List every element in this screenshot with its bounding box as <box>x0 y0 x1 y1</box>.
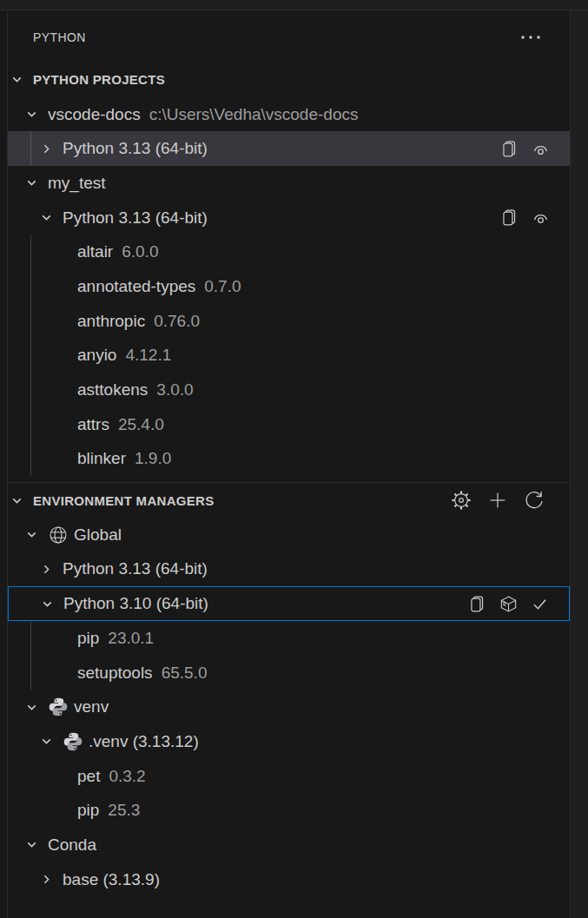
refresh-button[interactable] <box>524 490 545 511</box>
tree-item-python-3-13-64-bit[interactable]: Python 3.13 (64-bit) <box>8 201 570 235</box>
ellipsis-icon <box>519 30 542 45</box>
tree-item-global[interactable]: Global <box>8 518 570 552</box>
eye-icon <box>532 208 550 227</box>
section-header-python-projects[interactable]: PYTHON PROJECTS <box>8 63 570 97</box>
sidebar-left-border <box>7 10 8 918</box>
tree-item-label: Python 3.13 (64-bit) <box>63 559 208 578</box>
indent-guide <box>30 442 31 477</box>
eye-icon <box>532 140 550 158</box>
tree-item-conda[interactable]: Conda <box>8 828 570 862</box>
copy-icon <box>500 140 519 158</box>
section-environment-managers: ENVIRONMENT MANAGERSGlobalPython 3.13 (6… <box>8 482 570 896</box>
row-actions <box>500 140 550 158</box>
chevron-right-icon[interactable] <box>39 142 63 156</box>
check-button[interactable] <box>531 595 549 613</box>
tree-item-description: c:\Users\Vedha\vscode-docs <box>149 105 359 124</box>
tree-item-anyio[interactable]: anyio4.12.1 <box>8 339 570 373</box>
add-button[interactable] <box>487 490 508 511</box>
more-actions-button[interactable] <box>519 30 542 45</box>
tree-item-label: .venv (3.13.12) <box>89 732 199 751</box>
section-header-label: PYTHON PROJECTS <box>33 72 165 87</box>
indent-guide <box>30 407 31 442</box>
tree-item-my-test[interactable]: my_test <box>8 166 570 201</box>
package-version: 0.7.0 <box>204 277 241 296</box>
tree-item-pet[interactable]: pet0.3.2 <box>8 759 570 794</box>
panel-title: PYTHON <box>33 30 86 44</box>
python-icon <box>48 697 69 717</box>
tree-item-label: base (3.13.9) <box>63 870 160 889</box>
tree-item-label: Conda <box>48 835 96 855</box>
tree-item-venv[interactable]: venv <box>8 690 570 724</box>
tree-item-blinker[interactable]: blinker1.9.0 <box>8 442 570 477</box>
tree-item-label: altair <box>77 242 113 261</box>
row-actions <box>500 208 550 227</box>
tree-item-venv-3-13-12[interactable]: .venv (3.13.12) <box>8 724 570 759</box>
indent-guide <box>30 656 31 690</box>
python-panel: PYTHON PYTHON PROJECTSvscode-docsc:\User… <box>8 11 570 918</box>
chevron-down-icon[interactable] <box>24 107 48 122</box>
chevron-down-icon[interactable] <box>39 734 63 749</box>
tree-item-label: Python 3.13 (64-bit) <box>63 208 208 228</box>
copy-icon <box>500 208 519 227</box>
settings-button[interactable] <box>451 490 472 511</box>
tree-item-base-3-13-9[interactable]: base (3.13.9) <box>8 862 570 897</box>
tree-item-label: my_test <box>48 174 106 193</box>
chevron-down-icon[interactable] <box>24 527 48 542</box>
tree-item-setuptools[interactable]: setuptools65.5.0 <box>8 656 570 690</box>
tree-item-python-3-10-64-bit[interactable]: Python 3.10 (64-bit) <box>8 586 570 621</box>
python-extension-sidebar: PYTHON PYTHON PROJECTSvscode-docsc:\User… <box>0 0 588 918</box>
package-version: 65.5.0 <box>162 664 208 683</box>
eye-button[interactable] <box>532 208 550 227</box>
tree-item-label: pip <box>77 629 99 648</box>
copy-button[interactable] <box>500 140 519 158</box>
tree-item-vscode-docs[interactable]: vscode-docsc:\Users\Vedha\vscode-docs <box>8 97 570 132</box>
package-icon <box>499 595 518 613</box>
chevron-down-icon[interactable] <box>24 700 48 715</box>
package-version: 6.0.0 <box>122 242 158 261</box>
tree-item-label: asttokens <box>77 380 148 400</box>
refresh-icon <box>524 490 545 511</box>
package-version: 4.12.1 <box>125 346 171 365</box>
tree-item-pip[interactable]: pip23.0.1 <box>8 621 570 656</box>
copy-button[interactable] <box>468 595 486 613</box>
tree-item-label: annotated-types <box>77 277 195 296</box>
package-version: 0.3.2 <box>109 767 145 786</box>
window-top-edge <box>0 0 588 10</box>
chevron-right-icon[interactable] <box>39 562 63 577</box>
chevron-right-icon[interactable] <box>39 872 63 887</box>
indent-guide <box>30 234 31 269</box>
tree-item-asttokens[interactable]: asttokens3.0.0 <box>8 373 570 407</box>
chevron-down-icon[interactable] <box>24 837 48 852</box>
tree-item-label: anthropic <box>77 312 145 331</box>
package-version: 25.3 <box>108 801 140 820</box>
row-actions <box>468 595 549 613</box>
chevron-down-icon[interactable] <box>39 210 63 225</box>
indent-guide <box>30 304 31 339</box>
indent-guide <box>30 269 31 304</box>
package-button[interactable] <box>499 595 518 613</box>
tree-item-label: pip <box>77 801 99 820</box>
tree-item-python-3-13-64-bit[interactable]: Python 3.13 (64-bit) <box>8 552 570 587</box>
chevron-down-icon[interactable] <box>10 72 33 87</box>
section-header-environment-managers[interactable]: ENVIRONMENT MANAGERS <box>8 483 570 518</box>
copy-button[interactable] <box>500 208 519 227</box>
tree-item-annotated-types[interactable]: annotated-types0.7.0 <box>8 269 570 304</box>
chevron-down-icon[interactable] <box>10 493 33 508</box>
indent-guide <box>30 373 31 407</box>
copy-icon <box>468 595 486 613</box>
section-header-label: ENVIRONMENT MANAGERS <box>33 493 215 508</box>
indent-guide <box>30 131 31 166</box>
tree-item-attrs[interactable]: attrs25.4.0 <box>8 407 570 442</box>
tree-item-pip[interactable]: pip25.3 <box>8 793 570 828</box>
row-actions <box>451 490 545 511</box>
tree-item-label: Python 3.13 (64-bit) <box>63 139 208 158</box>
chevron-down-icon[interactable] <box>40 597 63 611</box>
tree-item-python-3-13-64-bit[interactable]: Python 3.13 (64-bit) <box>8 131 570 166</box>
chevron-down-icon[interactable] <box>24 175 48 190</box>
tree-item-label: vscode-docs <box>48 105 141 124</box>
eye-button[interactable] <box>532 140 550 158</box>
tree-item-anthropic[interactable]: anthropic0.76.0 <box>8 304 570 339</box>
tree-item-label: pet <box>77 767 100 786</box>
adjacent-panel-strip <box>570 10 588 918</box>
tree-item-altair[interactable]: altair6.0.0 <box>8 234 570 269</box>
